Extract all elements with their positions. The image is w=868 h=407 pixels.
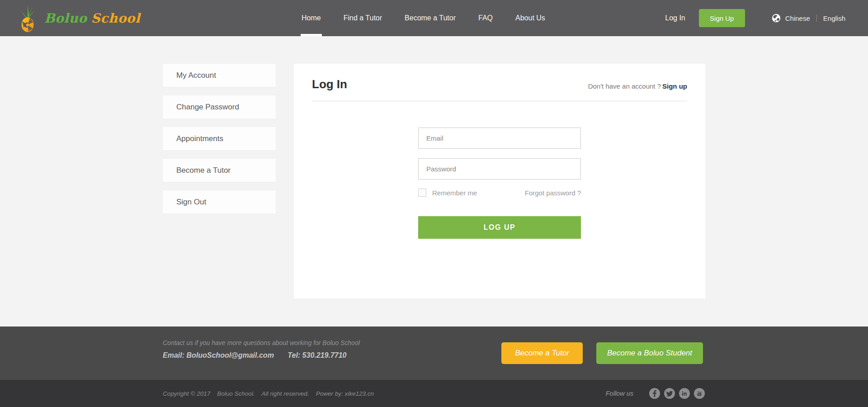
copyright-text: Copyright © 2017 Boluo School. All right…: [163, 380, 381, 407]
youtube-icon[interactable]: You Tube: [694, 388, 705, 399]
remember-me-group: Remember me: [418, 189, 477, 197]
brand-name-school: School: [91, 11, 141, 26]
sidebar-item-change-password[interactable]: Change Password: [163, 95, 276, 118]
social-area: Follow us: [606, 380, 705, 407]
no-account-question: Don't have an account ?: [588, 82, 661, 90]
copyright-company: Boluo School.: [217, 390, 255, 397]
nav-item-faq[interactable]: FAQ: [477, 0, 494, 36]
log-up-button[interactable]: LOG UP: [418, 216, 581, 239]
footer: Contact us if you have more questions ab…: [0, 327, 868, 380]
nav-item-become-a-tutor[interactable]: Become a Tutor: [404, 0, 457, 36]
login-form: Remember me Forgot password ? LOG UP: [418, 128, 581, 239]
top-navigation-bar: BoluoSchool Home Find a Tutor Become a T…: [0, 0, 868, 36]
nav-right-area: Log In Sign Up Chinese English: [665, 0, 845, 36]
brand-name-boluo: Boluo: [44, 11, 87, 26]
svg-text:You: You: [697, 391, 701, 393]
panel-divider: [312, 101, 687, 101]
login-panel-header: Log In Don't have an account ?Sign up: [312, 77, 687, 91]
facebook-icon[interactable]: [649, 388, 660, 399]
forgot-password-link[interactable]: Forgot password ?: [525, 189, 581, 197]
pineapple-logo-icon: [17, 5, 38, 33]
remember-me-label: Remember me: [432, 189, 477, 197]
become-a-boluo-student-button[interactable]: Become a Boluo Student: [596, 342, 703, 364]
twitter-icon[interactable]: [664, 388, 675, 399]
copyright-rights: All right reserved.: [262, 390, 309, 397]
footer-contact-block: Contact us if you have more questions ab…: [163, 339, 360, 360]
nav-item-find-a-tutor[interactable]: Find a Tutor: [343, 0, 383, 36]
language-divider: [816, 14, 817, 22]
bottom-bar: Copyright © 2017 Boluo School. All right…: [0, 380, 868, 407]
page-title: Log In: [312, 77, 347, 91]
footer-tel: Tel: 530.219.7710: [288, 351, 346, 359]
sidebar-item-sign-out[interactable]: Sign Out: [163, 190, 276, 213]
main-nav-menu: Home Find a Tutor Become a Tutor FAQ Abo…: [301, 0, 567, 36]
language-chinese[interactable]: Chinese: [785, 14, 810, 22]
nav-item-about-us[interactable]: About Us: [514, 0, 546, 36]
linkedin-icon[interactable]: [679, 388, 690, 399]
sidebar-item-become-a-tutor[interactable]: Become a Tutor: [163, 159, 276, 182]
svg-text:Tube: Tube: [697, 393, 702, 396]
brand-name: BoluoSchool: [44, 11, 140, 26]
copyright-power-by: Power by: xike123.cn: [316, 390, 374, 397]
account-sidebar: My Account Change Password Appointments …: [163, 64, 276, 222]
sidebar-item-my-account[interactable]: My Account: [163, 64, 276, 87]
copyright-year: Copyright © 2017: [163, 390, 210, 397]
signup-button[interactable]: Sign Up: [699, 9, 745, 27]
footer-cta-buttons: Become a Tutor Become a Boluo Student: [501, 342, 703, 364]
main-content: My Account Change Password Appointments …: [0, 36, 868, 327]
login-panel: Log In Don't have an account ?Sign up Re…: [294, 64, 705, 298]
sidebar-item-appointments[interactable]: Appointments: [163, 127, 276, 150]
footer-email: Email: BoluoSchool@gmail.com: [163, 351, 274, 359]
signup-text-link[interactable]: Sign up: [662, 82, 687, 90]
nav-item-home[interactable]: Home: [301, 0, 322, 36]
footer-contact-text: Contact us if you have more questions ab…: [163, 339, 360, 346]
language-english[interactable]: English: [823, 14, 845, 22]
password-field[interactable]: [418, 158, 581, 180]
remember-row: Remember me Forgot password ?: [418, 189, 581, 197]
globe-icon: [771, 13, 781, 23]
email-field[interactable]: [418, 128, 581, 149]
follow-us-label: Follow us: [606, 390, 633, 397]
brand-logo[interactable]: BoluoSchool: [17, 0, 140, 36]
language-switcher: Chinese English: [771, 13, 845, 23]
page: BoluoSchool Home Find a Tutor Become a T…: [0, 0, 868, 407]
remember-me-checkbox[interactable]: [418, 189, 426, 197]
login-link[interactable]: Log In: [665, 14, 685, 22]
become-a-tutor-button[interactable]: Become a Tutor: [501, 342, 583, 364]
footer-contact-detail: Email: BoluoSchool@gmail.com Tel: 530.21…: [163, 351, 360, 360]
no-account-text: Don't have an account ?Sign up: [588, 82, 687, 91]
